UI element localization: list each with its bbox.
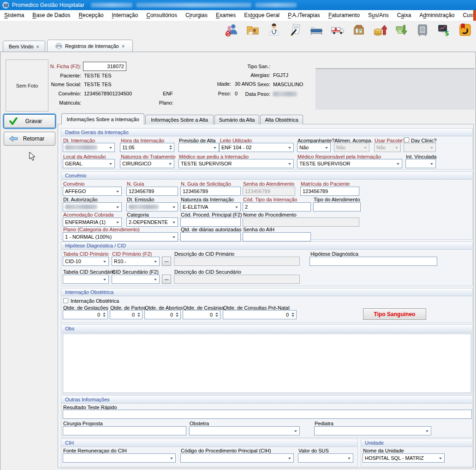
menu-item-faturamento[interactable]: Faturamento	[324, 10, 364, 21]
tipo-atendimento-input[interactable]	[313, 202, 361, 212]
n-guia-solicitacao-input[interactable]: 123456789	[180, 187, 241, 196]
menu-item-sistema[interactable]: Sistema	[0, 10, 28, 21]
return-button[interactable]: Retornar	[4, 132, 55, 146]
ficha-input[interactable]: 318072	[83, 62, 126, 71]
convenio-select[interactable]: AFFEGO	[63, 187, 122, 196]
qtde-partos-spinner[interactable]: 0	[110, 310, 143, 319]
cid-primario-select[interactable]: R10.-	[112, 257, 160, 266]
toolbar-billing-chart-button[interactable]: $	[435, 22, 452, 38]
natureza-internacao-select[interactable]: E-ELETIVA	[180, 202, 241, 212]
codigo-procedimento-cih-select[interactable]	[180, 453, 294, 463]
toolbar-hospital-bed-button[interactable]	[308, 22, 325, 38]
group-dados-gerais: Dados Gerais da Internação Dt. Internaçã…	[61, 128, 473, 170]
previsao-alta-select[interactable]	[178, 143, 219, 152]
qtd-diarias-input[interactable]	[180, 232, 241, 241]
tab-bem-vindo[interactable]: Bem Vindo ×	[3, 41, 45, 52]
cirurgia-proposta-input[interactable]	[63, 426, 186, 435]
senha-aih-input[interactable]	[243, 232, 311, 241]
toolbar-phone-button[interactable]	[457, 22, 473, 38]
hipotese-diagnostica-input[interactable]	[309, 257, 437, 266]
nome-unidade-select[interactable]: HOSPITAL SQL - MATRIZ	[363, 453, 445, 463]
obs-textarea[interactable]	[63, 334, 471, 393]
toolbar-revenue-up-button[interactable]	[372, 22, 388, 38]
menu-item-consultorios[interactable]: Consultórios	[142, 10, 181, 21]
leito-select[interactable]: ENF 104 - 02	[219, 143, 294, 152]
natureza-tratamento-select[interactable]: CIRURGICO	[120, 159, 174, 168]
menu-item-exames[interactable]: Exames	[212, 10, 240, 21]
toolbar-safe-button[interactable]	[414, 22, 431, 38]
fonte-remuneracao-select[interactable]	[63, 453, 176, 463]
menu-item-base-de-dados[interactable]: Base de Dados	[28, 10, 74, 21]
toolbar-patient-sync-button[interactable]	[223, 22, 240, 38]
resultado-teste-rapido-input[interactable]	[63, 410, 472, 419]
hora-internacao-spinner[interactable]: 11:05	[120, 143, 174, 152]
acompanhante-select[interactable]: Não	[297, 143, 331, 152]
close-icon[interactable]: ×	[122, 43, 125, 49]
matricula-paciente-input[interactable]: 123456789	[300, 187, 359, 196]
day-clinic-checkbox[interactable]	[404, 137, 409, 142]
menu-item-sus-ans[interactable]: Sus/Ans	[364, 10, 393, 21]
obstetra-select[interactable]	[189, 426, 300, 435]
medico-responsavel-select[interactable]: TESTE SUPERVISOR	[297, 159, 402, 168]
qtde-cesarias-spinner[interactable]: 0	[183, 310, 220, 319]
int-vinculada-select[interactable]	[405, 159, 436, 168]
n-guia-label: N. Guia	[127, 181, 144, 187]
menu-item-pa-terapias[interactable]: P.A./Terapias	[284, 10, 324, 21]
plano-categoria-select[interactable]: 1 - NORMAL (100%)	[63, 232, 178, 241]
cid-secundario-browse-button[interactable]: ...	[162, 275, 171, 284]
internacao-obstetrica-checkbox[interactable]	[63, 298, 68, 303]
tab-alta-obstetrica[interactable]: Alta Obstétrica	[260, 115, 303, 124]
day-clinic-select[interactable]	[404, 143, 436, 152]
descricao-cid-secundario-input[interactable]	[174, 275, 300, 284]
dt-emissao-select[interactable]	[126, 202, 178, 212]
tipo-sanguineo-button[interactable]: Tipo Sanguíneo	[363, 308, 426, 320]
medico-pediu-select[interactable]: TESTE SUPERVISOR	[178, 159, 294, 168]
n-guia-input[interactable]: 123456789	[126, 187, 178, 196]
nome-procedimento-input[interactable]	[243, 217, 359, 227]
toolbar-pharmacy-button[interactable]	[351, 22, 367, 38]
menu-item-estoque-geral[interactable]: Estoque Geral	[240, 10, 284, 21]
menu-item-recepcao[interactable]: Recepção	[74, 10, 107, 21]
dt-internacao-select[interactable]	[63, 143, 115, 152]
toolbar-doctor-button[interactable]	[266, 22, 282, 38]
toolbar-admission-form-button[interactable]	[287, 22, 303, 38]
local-admissao-select[interactable]: GERAL	[63, 159, 115, 168]
menu-item-caixa[interactable]: Caixa	[393, 10, 416, 21]
toolbar-patient-records-button[interactable]	[244, 22, 261, 38]
tabela-cid-secundario-select[interactable]	[63, 275, 109, 284]
qtde-consultas-prenatal-spinner[interactable]: 0	[223, 310, 297, 319]
svg-text:$: $	[445, 29, 449, 37]
tab-informacoes-sobre-a-internacao[interactable]: Informações Sobre a Internação	[61, 113, 144, 124]
group-title: Hipótese Diagnóstica / CID	[61, 242, 472, 250]
close-icon[interactable]: ×	[36, 44, 39, 49]
cod-proced-principal-input[interactable]	[180, 217, 241, 227]
toolbar-expense-down-button[interactable]	[393, 22, 410, 38]
descricao-cid-primario-input[interactable]	[174, 257, 300, 266]
menu-item-administracao[interactable]: Administração	[415, 10, 458, 21]
alimen-acompa-select[interactable]: Não	[334, 143, 369, 152]
toolbar-ambulance-button[interactable]	[329, 22, 346, 38]
acomodacao-cobrada-select[interactable]: ENFERMARIA (1)	[63, 217, 122, 227]
group-title: Convênio	[61, 172, 472, 180]
cod-tipo-internacao-input[interactable]: 2	[243, 202, 311, 212]
tabela-cid-primario-select[interactable]: CID-10	[63, 257, 109, 266]
qtde-abortos-spinner[interactable]: 0	[144, 310, 181, 319]
pediatra-select[interactable]	[314, 426, 431, 435]
cid-secundario-select[interactable]	[112, 275, 160, 284]
usar-pacote-select[interactable]: Não	[374, 143, 401, 152]
tab-informacoes-sobre-a-alta[interactable]: Informações Sobre a Alta	[145, 115, 214, 124]
plano-categoria-label: Plano (Categoria do Atendimento)	[63, 227, 140, 232]
dt-autorizacao-select[interactable]	[63, 202, 122, 212]
valor-sus-select[interactable]	[298, 453, 353, 463]
convenio-label: Convênio	[63, 181, 84, 187]
menu-item-cirurgias[interactable]: Cirurgias	[181, 10, 212, 21]
cid-primario-browse-button[interactable]: ...	[162, 257, 171, 266]
qtde-gestacoes-spinner[interactable]: 0	[63, 310, 108, 319]
save-button[interactable]: Gravar	[4, 114, 55, 128]
categoria-select[interactable]: 2-DEPENDENTE	[126, 217, 178, 227]
tab-sumario-da-alta[interactable]: Sumário da Alta	[214, 115, 259, 124]
tab-registros-de-internacao[interactable]: Registros de Internação ×	[47, 40, 133, 52]
senha-atendimento-input[interactable]: 123456789	[243, 187, 295, 196]
menu-item-internacao[interactable]: Internação	[107, 10, 142, 21]
cid-secundario-label: CID Secundário (F2)	[112, 269, 159, 275]
